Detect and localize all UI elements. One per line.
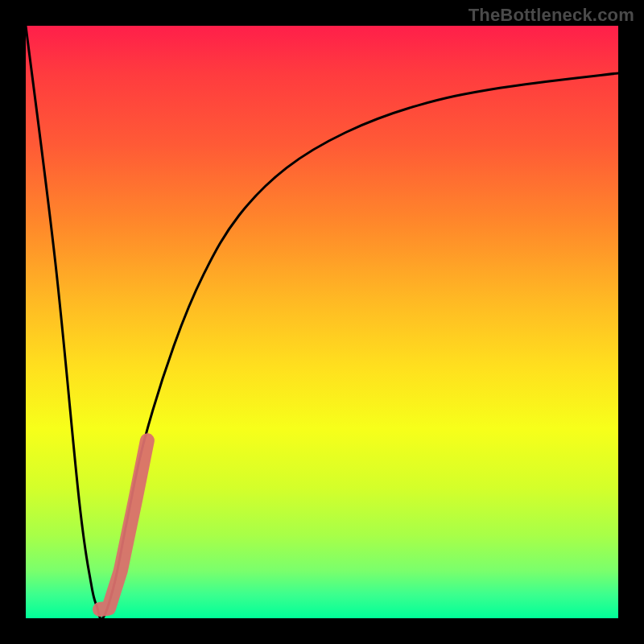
plot-area	[26, 26, 618, 618]
bottleneck-curve	[26, 26, 618, 618]
highlight-marker	[100, 440, 147, 609]
chart-frame: TheBottleneck.com	[0, 0, 644, 644]
curve-layer	[26, 26, 618, 618]
watermark-text: TheBottleneck.com	[469, 5, 634, 26]
